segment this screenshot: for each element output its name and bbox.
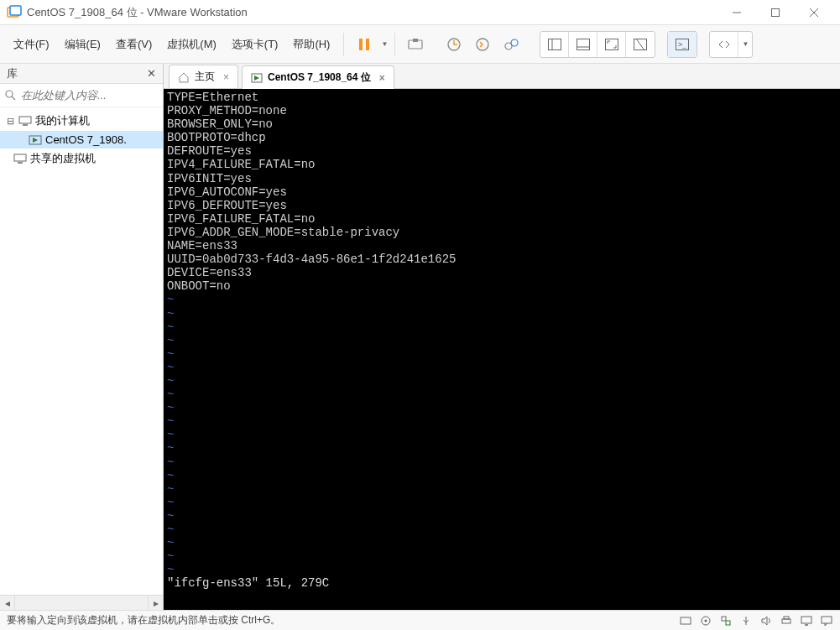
search-input[interactable] [21, 89, 163, 102]
menu-view[interactable]: 查看(V) [109, 34, 159, 55]
view-unity-button[interactable] [626, 32, 655, 57]
svg-rect-38 [782, 619, 790, 623]
sound-icon[interactable] [759, 614, 773, 627]
library-tree: ⊟ 我的计算机 CentOS 7_1908. 共享的虚拟机 [0, 107, 163, 595]
svg-line-20 [636, 39, 644, 50]
scroll-left-icon[interactable]: ◂ [0, 596, 15, 610]
window-titlebar: CentOS 7_1908_64 位 - VMware Workstation [0, 0, 840, 25]
collapse-icon[interactable]: ⊟ [5, 116, 15, 127]
tab-bar: 主页 × CentOS 7_1908_64 位 × [164, 64, 840, 89]
app-icon [7, 5, 22, 20]
window-controls [717, 0, 833, 25]
tree-node-shared[interactable]: 共享的虚拟机 [0, 148, 163, 169]
library-panel: 库 ✕ ▼ ⊟ 我的计算机 CentOS 7_1908. 共享的虚拟机 ◂ [0, 64, 164, 610]
menu-help[interactable]: 帮助(H) [286, 34, 337, 55]
tree-label: 共享的虚拟机 [30, 151, 96, 166]
snapshot-button[interactable] [441, 31, 467, 58]
svg-line-24 [12, 96, 15, 100]
tree-node-vm[interactable]: CentOS 7_1908. [0, 131, 163, 148]
close-panel-button[interactable]: ✕ [147, 67, 156, 80]
computer-icon [18, 115, 32, 127]
svg-rect-29 [14, 154, 26, 161]
content-area: 主页 × CentOS 7_1908_64 位 × TYPE=Ethernet … [164, 64, 840, 610]
svg-rect-18 [605, 39, 618, 49]
tree-node-root[interactable]: ⊟ 我的计算机 [0, 111, 163, 131]
svg-rect-39 [784, 617, 789, 619]
chevron-down-icon[interactable]: ▼ [381, 40, 388, 48]
svg-rect-42 [822, 617, 832, 623]
tab-close-button[interactable]: × [223, 71, 229, 83]
pause-button[interactable] [351, 31, 378, 58]
tree-label: 我的计算机 [35, 113, 90, 128]
svg-point-35 [705, 619, 707, 622]
status-hint: 要将输入定向到该虚拟机，请在虚拟机内部单击或按 Ctrl+G。 [7, 613, 679, 627]
svg-point-23 [6, 91, 13, 97]
cd-icon[interactable] [699, 614, 712, 627]
view-console-button[interactable] [569, 32, 597, 57]
library-title: 库 [7, 66, 18, 81]
minimize-button[interactable] [717, 0, 756, 25]
main-area: 库 ✕ ▼ ⊟ 我的计算机 CentOS 7_1908. 共享的虚拟机 ◂ [0, 64, 840, 610]
svg-rect-7 [366, 39, 369, 50]
vm-console[interactable]: TYPE=Ethernet PROXY_METHOD=none BROWSER_… [164, 89, 840, 610]
svg-rect-14 [548, 39, 561, 49]
svg-rect-25 [19, 117, 31, 123]
separator [343, 33, 344, 56]
view-single-button[interactable] [540, 32, 569, 57]
manage-snapshot-button[interactable] [498, 31, 524, 58]
display-icon[interactable] [800, 614, 813, 627]
search-icon [5, 90, 16, 101]
svg-rect-3 [772, 8, 780, 16]
svg-rect-9 [413, 39, 418, 42]
message-icon[interactable] [820, 614, 833, 627]
console-mode-group: >_ [667, 31, 697, 58]
tab-close-button[interactable]: × [379, 72, 385, 84]
printer-icon[interactable] [780, 614, 793, 627]
maximize-button[interactable] [756, 0, 795, 25]
separator [394, 33, 395, 56]
disk-icon[interactable] [679, 614, 692, 627]
network-icon[interactable] [719, 614, 733, 627]
tab-home[interactable]: 主页 × [169, 65, 238, 88]
usb-icon[interactable] [739, 614, 753, 627]
stretch-group: ▼ [709, 31, 753, 58]
window-title: CentOS 7_1908_64 位 - VMware Workstation [27, 5, 717, 20]
svg-marker-28 [33, 138, 38, 143]
library-search: ▼ [0, 84, 163, 107]
stretch-dropdown[interactable]: ▼ [738, 32, 752, 57]
vm-running-icon [29, 134, 42, 146]
send-ctrl-alt-del-button[interactable] [402, 31, 429, 58]
svg-rect-33 [681, 617, 691, 624]
tab-label: 主页 [195, 70, 215, 84]
device-status-icons [679, 614, 833, 627]
svg-rect-16 [577, 39, 589, 49]
svg-marker-32 [254, 75, 259, 81]
revert-snapshot-button[interactable] [469, 31, 496, 58]
stretch-button[interactable] [710, 32, 738, 57]
view-fullscreen-button[interactable] [597, 32, 626, 57]
scroll-track[interactable] [15, 596, 148, 610]
scroll-right-icon[interactable]: ▸ [148, 596, 163, 610]
svg-text:>_: >_ [678, 40, 687, 49]
view-mode-group [540, 31, 655, 58]
shared-vm-icon [13, 153, 27, 164]
tree-label: CentOS 7_1908. [45, 133, 127, 146]
library-header: 库 ✕ [0, 64, 163, 84]
menu-edit[interactable]: 编辑(E) [58, 34, 107, 55]
status-bar: 要将输入定向到该虚拟机，请在虚拟机内部单击或按 Ctrl+G。 [0, 610, 840, 630]
menubar: 文件(F) 编辑(E) 查看(V) 虚拟机(M) 选项卡(T) 帮助(H) ▼ … [0, 25, 840, 64]
console-button[interactable]: >_ [668, 32, 697, 57]
vm-icon [251, 72, 263, 84]
menu-vm[interactable]: 虚拟机(M) [160, 34, 223, 55]
menu-tabs[interactable]: 选项卡(T) [225, 34, 285, 55]
svg-rect-37 [726, 621, 730, 625]
close-button[interactable] [795, 0, 833, 25]
home-icon [178, 71, 190, 83]
svg-rect-40 [801, 617, 811, 623]
tab-label: CentOS 7_1908_64 位 [268, 70, 371, 85]
tab-vm[interactable]: CentOS 7_1908_64 位 × [242, 65, 394, 89]
svg-rect-36 [722, 617, 726, 621]
svg-point-13 [511, 39, 518, 46]
sidebar-scrollbar[interactable]: ◂ ▸ [0, 595, 163, 610]
menu-file[interactable]: 文件(F) [7, 34, 56, 55]
